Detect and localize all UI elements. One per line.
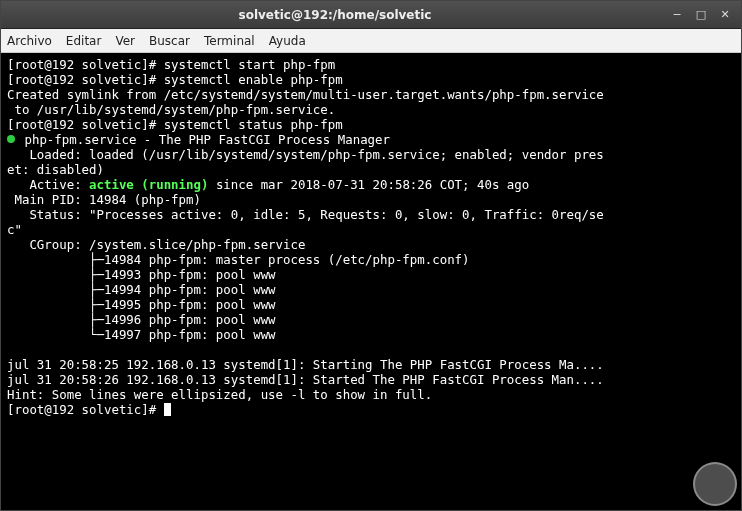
- menu-buscar[interactable]: Buscar: [149, 34, 190, 48]
- output-line: to /usr/lib/systemd/system/php-fpm.servi…: [7, 102, 335, 117]
- menu-ver[interactable]: Ver: [115, 34, 135, 48]
- output-line: CGroup: /system.slice/php-fpm.service: [7, 237, 305, 252]
- output-line: since mar 2018-07-31 20:58:26 COT; 40s a…: [208, 177, 529, 192]
- maximize-button[interactable]: □: [691, 6, 711, 24]
- menubar: Archivo Editar Ver Buscar Terminal Ayuda: [1, 29, 741, 53]
- output-line: Loaded: loaded (/usr/lib/systemd/system/…: [7, 147, 604, 162]
- status-active: active (running): [89, 177, 208, 192]
- terminal-viewport[interactable]: [root@192 solvetic]# systemctl start php…: [1, 53, 741, 510]
- output-line: ├─14984 php-fpm: master process (/etc/ph…: [7, 252, 470, 267]
- titlebar: solvetic@192:/home/solvetic ─ □ ✕: [1, 1, 741, 29]
- prompt: [root@192 solvetic]#: [7, 57, 164, 72]
- status-dot-icon: [7, 135, 15, 143]
- output-line: Created symlink from /etc/systemd/system…: [7, 87, 604, 102]
- close-button[interactable]: ✕: [715, 6, 735, 24]
- output-line: ├─14996 php-fpm: pool www: [7, 312, 276, 327]
- output-line: Active:: [7, 177, 89, 192]
- window-title: solvetic@192:/home/solvetic: [7, 8, 663, 22]
- cursor-icon: [164, 403, 171, 416]
- output-line: Main PID: 14984 (php-fpm): [7, 192, 201, 207]
- watermark-icon: [693, 462, 737, 506]
- menu-ayuda[interactable]: Ayuda: [269, 34, 306, 48]
- output-line: jul 31 20:58:26 192.168.0.13 systemd[1]:…: [7, 372, 604, 387]
- terminal-window: solvetic@192:/home/solvetic ─ □ ✕ Archiv…: [0, 0, 742, 511]
- output-line: jul 31 20:58:25 192.168.0.13 systemd[1]:…: [7, 357, 604, 372]
- output-line: Status: "Processes active: 0, idle: 5, R…: [7, 207, 604, 222]
- prompt: [root@192 solvetic]#: [7, 72, 164, 87]
- menu-terminal[interactable]: Terminal: [204, 34, 255, 48]
- output-line: Hint: Some lines were ellipsized, use -l…: [7, 387, 432, 402]
- menu-archivo[interactable]: Archivo: [7, 34, 52, 48]
- menu-editar[interactable]: Editar: [66, 34, 102, 48]
- output-line: └─14997 php-fpm: pool www: [7, 327, 276, 342]
- command-text: systemctl status php-fpm: [164, 117, 343, 132]
- output-line: c": [7, 222, 22, 237]
- minimize-button[interactable]: ─: [667, 6, 687, 24]
- prompt: [root@192 solvetic]#: [7, 117, 164, 132]
- output-line: php-fpm.service - The PHP FastCGI Proces…: [17, 132, 390, 147]
- prompt: [root@192 solvetic]#: [7, 402, 164, 417]
- output-line: et: disabled): [7, 162, 104, 177]
- output-line: ├─14995 php-fpm: pool www: [7, 297, 276, 312]
- output-line: ├─14994 php-fpm: pool www: [7, 282, 276, 297]
- output-line: ├─14993 php-fpm: pool www: [7, 267, 276, 282]
- command-text: systemctl enable php-fpm: [164, 72, 343, 87]
- command-text: systemctl start php-fpm: [164, 57, 336, 72]
